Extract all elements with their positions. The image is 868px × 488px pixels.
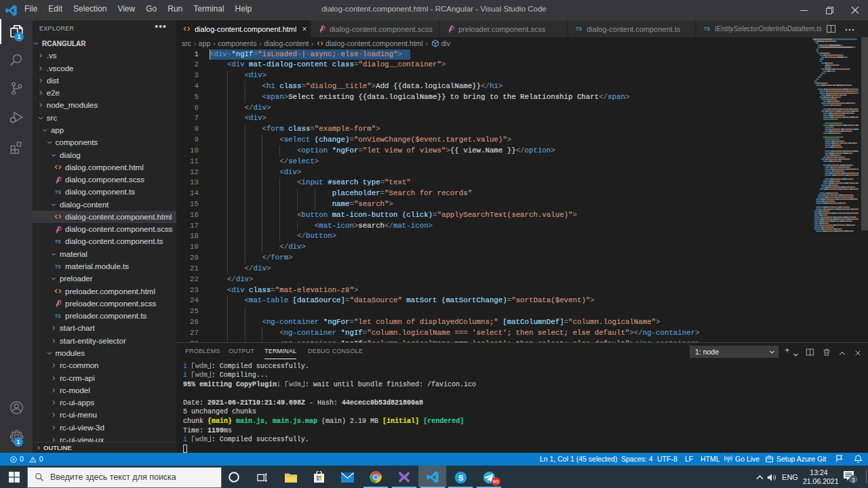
svg-text:TS: TS: [576, 26, 582, 31]
svg-text:TS: TS: [55, 264, 61, 269]
svg-text:TS: TS: [55, 239, 61, 244]
svg-text:S: S: [458, 473, 464, 481]
svg-text:TS: TS: [704, 26, 710, 31]
svg-text:TS: TS: [55, 314, 61, 319]
svg-text:TS: TS: [55, 190, 61, 195]
